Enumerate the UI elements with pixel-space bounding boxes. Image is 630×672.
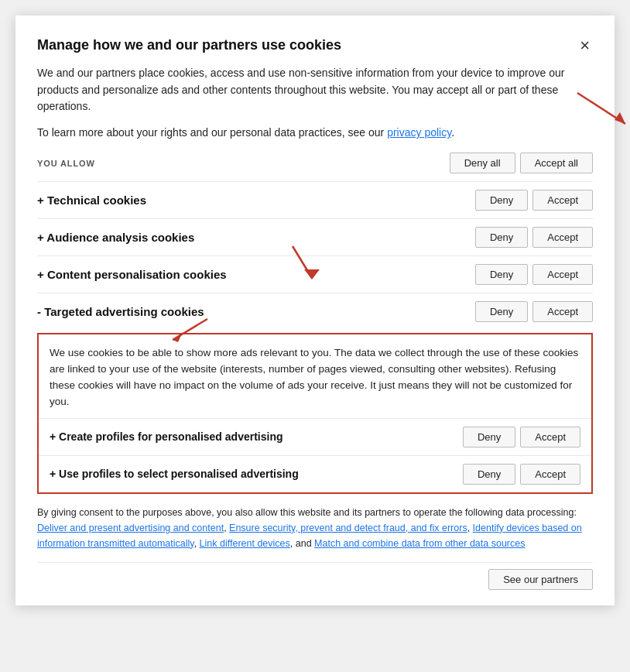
targeted-sub-row-select: + Use profiles to select personalised ad… [39,456,591,492]
footer-sep-4: , and [290,538,314,549]
create-profiles-deny-button[interactable]: Deny [463,427,515,447]
content-deny-button[interactable]: Deny [475,264,528,285]
audience-deny-button[interactable]: Deny [475,227,528,248]
privacy-policy-link[interactable]: privacy policy [387,126,451,139]
svg-marker-1 [615,112,625,124]
targeted-accept-button[interactable]: Accept [532,301,593,322]
you-allow-row: YOU ALLOW Deny all Accept all [37,153,593,173]
targeted-cookies-buttons: Deny Accept [475,301,593,322]
cookie-row-targeted-header: - Targeted advertising cookies Deny Acce… [37,293,593,330]
use-profiles-buttons: Deny Accept [463,464,580,485]
technical-cookies-label: + Technical cookies [37,194,146,207]
privacy-line: To learn more about your rights and our … [37,126,593,139]
footer-bottom: See our partners [37,562,593,590]
footer-link-deliver[interactable]: Deliver and present advertising and cont… [37,523,224,533]
accept-all-button[interactable]: Accept all [520,153,593,173]
global-buttons: Deny all Accept all [450,153,593,173]
modal-title: Manage how we and our partners use cooki… [37,37,341,53]
see-partners-button[interactable]: See our partners [488,569,593,590]
use-profiles-label: + Use profiles to select personalised ad… [50,468,299,480]
technical-accept-button[interactable]: Accept [532,190,593,211]
red-arrow-3-icon [161,315,223,346]
footer-link-match[interactable]: Match and combine data from other data s… [314,538,525,549]
footer-before-text: By giving consent to the purposes above,… [37,507,577,518]
close-button[interactable]: × [577,37,593,54]
audience-cookies-label: + Audience analysis cookies [37,231,194,244]
you-allow-label: YOU ALLOW [37,159,95,168]
privacy-after-text: . [451,126,454,139]
svg-marker-5 [173,332,183,342]
footer-sep-3: , [194,538,200,549]
technical-cookies-buttons: Deny Accept [475,190,593,211]
audience-accept-button[interactable]: Accept [532,227,593,248]
cookie-row-technical: + Technical cookies Deny Accept [37,181,593,218]
intro-text: We and our partners place cookies, acces… [37,65,593,115]
create-profiles-accept-button[interactable]: Accept [520,427,580,447]
content-accept-button[interactable]: Accept [532,264,593,285]
footer-text: By giving consent to the purposes above,… [37,505,593,551]
footer-link-security[interactable]: Ensure security, prevent and detect frau… [229,523,467,533]
targeted-expanded-section: We use cookies to be able to show more a… [37,333,593,494]
content-cookies-buttons: Deny Accept [475,264,593,285]
targeted-cookies-label: - Targeted advertising cookies [37,305,204,318]
targeted-deny-button[interactable]: Deny [475,301,528,322]
footer-sep-2: , [467,523,473,533]
targeted-sub-row-profiles: + Create profiles for personalised adver… [39,419,591,456]
use-profiles-deny-button[interactable]: Deny [463,464,515,485]
modal-header: Manage how we and our partners use cooki… [37,37,593,54]
targeted-description: We use cookies to be able to show more a… [39,334,591,419]
deny-all-button[interactable]: Deny all [450,153,515,173]
audience-cookies-buttons: Deny Accept [475,227,593,248]
technical-deny-button[interactable]: Deny [475,190,528,211]
svg-marker-3 [304,269,320,279]
use-profiles-accept-button[interactable]: Accept [520,464,580,485]
red-arrow-2-icon [285,242,339,285]
cookie-row-audience: + Audience analysis cookies Deny Accept [37,218,593,255]
create-profiles-buttons: Deny Accept [463,427,580,447]
cookie-rows-container: + Technical cookies Deny Accept + Audien… [37,181,593,330]
cookie-modal: Manage how we and our partners use cooki… [15,15,615,605]
footer-link-link[interactable]: Link different devices [200,538,290,549]
create-profiles-label: + Create profiles for personalised adver… [50,430,283,443]
privacy-before-text: To learn more about your rights and our … [37,126,387,139]
content-cookies-label: + Content personalisation cookies [37,268,227,281]
